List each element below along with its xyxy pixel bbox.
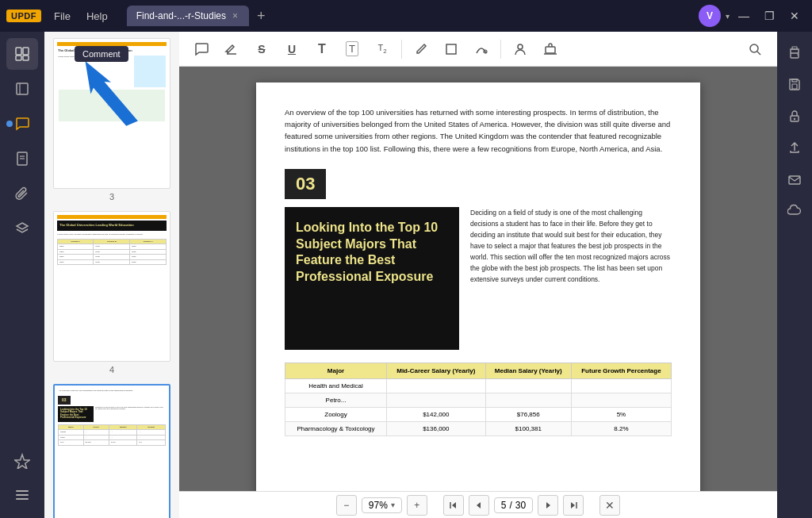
- curve-tool-btn[interactable]: [469, 36, 494, 62]
- main-layout: Comment The Global Universities Leading …: [0, 32, 812, 518]
- thumb-img-5: An overview of the top 100 universities …: [53, 384, 170, 518]
- person-tool-btn[interactable]: [508, 36, 533, 62]
- user-dropdown-arrow[interactable]: ▾: [726, 12, 730, 21]
- svg-point-25: [797, 54, 799, 56]
- table-row: Pharmacology & Toxicology $136,000 $100,…: [285, 421, 672, 436]
- thumb-img-4: The Global Universities Leading World Ed…: [53, 211, 170, 362]
- bottom-bar: − 97% ▾ + 5 / 30: [179, 491, 777, 518]
- user-avatar[interactable]: V: [699, 5, 721, 27]
- sidebar-star-icon[interactable]: [6, 445, 38, 477]
- cell-growth-3: 8.2%: [571, 421, 671, 436]
- text-tool-btn[interactable]: T: [309, 36, 335, 62]
- sidebar-expand-icon[interactable]: [6, 73, 38, 105]
- svg-rect-10: [16, 498, 29, 500]
- toolbar: S U T T T2: [179, 32, 777, 67]
- thumbnail-page-5[interactable]: An overview of the top 100 universities …: [51, 384, 173, 518]
- highlight-tool-btn[interactable]: [219, 36, 244, 62]
- svg-rect-2: [16, 56, 21, 60]
- subscript-tool-btn[interactable]: T2: [370, 36, 395, 62]
- pdf-intro-paragraph: An overview of the top 100 universities …: [285, 106, 672, 155]
- toolbar-separator-2: [500, 40, 501, 59]
- tab-label: Find-and-...-r-Studies: [136, 10, 226, 21]
- page-next-btn[interactable]: [538, 495, 558, 516]
- sidebar-bookmark-icon[interactable]: [6, 143, 38, 175]
- table-header-mid: Mid-Career Salary (Yearly): [387, 363, 486, 378]
- maximize-btn[interactable]: ❐: [758, 5, 780, 27]
- text2-tool-btn[interactable]: T: [339, 36, 365, 62]
- thumbnail-page-3[interactable]: Comment The Global Universities Leading …: [51, 38, 173, 201]
- zoom-value: 97%: [369, 500, 388, 511]
- thumb-page-num-4: 4: [109, 365, 114, 374]
- close-bottom-btn[interactable]: ✕: [599, 495, 620, 516]
- page-last-btn[interactable]: [563, 495, 584, 516]
- sidebar-attachment-icon[interactable]: [6, 178, 38, 209]
- sidebar-layers2-icon[interactable]: [6, 480, 38, 512]
- minimize-btn[interactable]: —: [733, 5, 755, 27]
- content-area: S U T T T2: [179, 32, 777, 518]
- thumb-img-3: The Global Universities Leading World Ed…: [53, 38, 170, 189]
- underline-tool-btn[interactable]: U: [279, 36, 304, 62]
- active-tab[interactable]: Find-and-...-r-Studies ×: [127, 6, 249, 26]
- cell-median-1: [485, 393, 571, 407]
- thumbnail-panel: Comment The Global Universities Leading …: [44, 32, 179, 518]
- sidebar-layers-icon[interactable]: [6, 213, 38, 244]
- cell-growth-0: [571, 378, 671, 393]
- right-sidebar: [777, 32, 812, 518]
- svg-rect-27: [792, 79, 797, 82]
- close-btn[interactable]: ✕: [783, 5, 806, 27]
- cell-mid-2: $142,000: [387, 407, 486, 421]
- right-lock-icon[interactable]: [780, 102, 809, 130]
- page-display: 5 / 30: [494, 497, 533, 513]
- file-menu[interactable]: File: [48, 7, 77, 25]
- strikethrough-tool-btn[interactable]: S: [249, 36, 274, 62]
- pdf-viewport[interactable]: An overview of the top 100 universities …: [179, 67, 777, 491]
- right-save-icon[interactable]: [780, 70, 809, 98]
- table-header-median: Median Salary (Yearly): [485, 363, 571, 378]
- right-email-icon[interactable]: [780, 165, 809, 194]
- shape-tool-btn[interactable]: [439, 36, 464, 62]
- svg-point-19: [750, 44, 758, 52]
- zoom-dropdown-arrow[interactable]: ▾: [391, 501, 395, 509]
- data-table: Major Mid-Career Salary (Yearly) Median …: [285, 363, 672, 436]
- svg-rect-9: [16, 494, 29, 496]
- svg-point-29: [794, 118, 795, 120]
- cell-mid-3: $136,000: [387, 421, 486, 436]
- svg-rect-24: [792, 47, 797, 49]
- search-tool-btn[interactable]: [742, 36, 768, 62]
- svg-rect-4: [17, 83, 28, 94]
- pdf-page: An overview of the top 100 universities …: [256, 82, 700, 491]
- strikethrough-label: S: [258, 43, 265, 56]
- zoom-plus-btn[interactable]: +: [407, 495, 427, 516]
- tab-close-btn[interactable]: ×: [231, 10, 239, 21]
- svg-point-16: [518, 44, 523, 49]
- thumbnail-page-4[interactable]: The Global Universities Leading World Ed…: [51, 211, 173, 374]
- table-header-major: Major: [285, 363, 387, 378]
- table-row: Petro...: [285, 393, 672, 407]
- svg-rect-30: [789, 176, 800, 184]
- svg-rect-23: [791, 53, 799, 58]
- sidebar-pages-icon[interactable]: [6, 38, 38, 70]
- left-sidebar: [0, 32, 44, 518]
- cell-major-1: Petro...: [285, 393, 387, 407]
- app-logo: UPDF: [6, 10, 41, 22]
- right-share-icon[interactable]: [780, 133, 809, 162]
- help-menu[interactable]: Help: [80, 7, 114, 25]
- pencil-tool-btn[interactable]: [408, 36, 434, 62]
- notification-dot: [6, 121, 13, 127]
- sidebar-comment-icon[interactable]: [6, 108, 38, 140]
- right-cloud-icon[interactable]: [780, 197, 809, 225]
- comment-tool-btn[interactable]: [189, 36, 214, 62]
- current-page[interactable]: 5: [501, 500, 507, 511]
- right-print-icon[interactable]: [780, 38, 809, 67]
- svg-rect-3: [23, 56, 29, 60]
- window-controls: V ▾ — ❐ ✕: [699, 5, 806, 27]
- svg-rect-14: [446, 44, 456, 54]
- text-label: T: [318, 42, 326, 56]
- new-tab-btn[interactable]: +: [252, 8, 270, 25]
- section-body-text: Deciding on a field of study is one of t…: [470, 207, 672, 350]
- zoom-minus-btn[interactable]: −: [336, 495, 357, 516]
- stamp-tool-btn[interactable]: [538, 36, 563, 62]
- section-number: 03: [285, 169, 326, 199]
- page-prev-btn[interactable]: [469, 495, 489, 516]
- page-first-btn[interactable]: [443, 495, 464, 516]
